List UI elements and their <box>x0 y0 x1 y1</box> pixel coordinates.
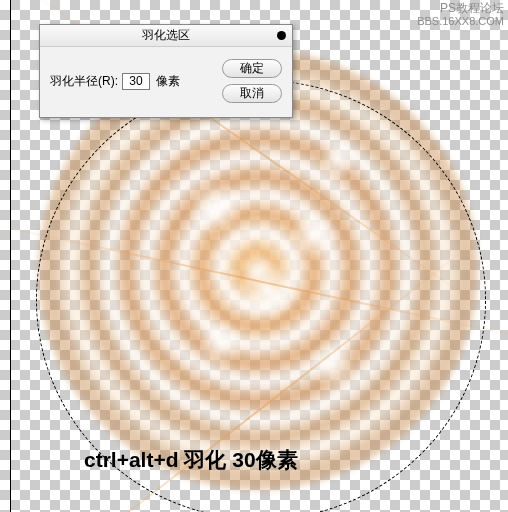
dialog-buttons: 确定 取消 <box>222 59 282 103</box>
tutorial-caption: ctrl+alt+d 羽化 30像素 <box>84 446 298 474</box>
radius-input[interactable] <box>122 73 150 90</box>
radius-unit: 像素 <box>156 73 180 90</box>
radius-field-group: 羽化半径(R): 像素 <box>50 59 180 103</box>
cancel-button[interactable]: 取消 <box>222 84 282 103</box>
feather-selection-dialog: 羽化选区 羽化半径(R): 像素 确定 取消 <box>39 24 293 118</box>
dialog-titlebar[interactable]: 羽化选区 <box>40 25 292 47</box>
watermark-line1: PS教程论坛 <box>417 1 504 15</box>
ok-button[interactable]: 确定 <box>222 59 282 78</box>
dialog-title: 羽化选区 <box>142 27 190 44</box>
dialog-body: 羽化半径(R): 像素 确定 取消 <box>40 47 292 117</box>
watermark: PS教程论坛 BBS.16XX8.COM <box>417 1 504 29</box>
dialog-control-icon[interactable] <box>277 31 286 40</box>
watermark-line2: BBS.16XX8.COM <box>417 15 504 28</box>
radius-label: 羽化半径(R): <box>50 73 118 90</box>
